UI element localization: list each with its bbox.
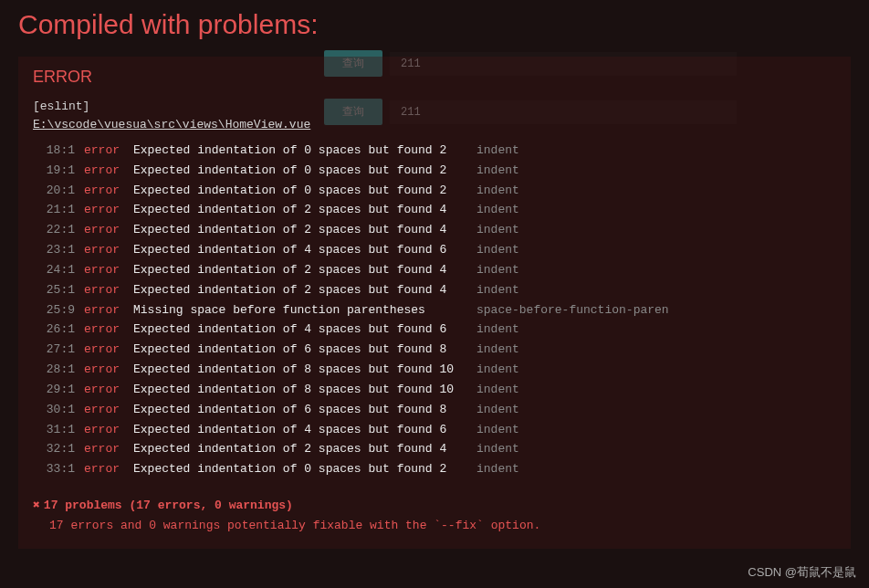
error-linecol: 24:1 — [33, 260, 84, 280]
error-message: Expected indentation of 0 spaces but fou… — [133, 161, 476, 181]
error-severity: error — [84, 141, 133, 161]
error-rule: indent — [476, 220, 519, 240]
error-severity: error — [84, 280, 133, 300]
error-linecol: 23:1 — [33, 240, 84, 260]
error-rule: indent — [476, 181, 519, 201]
error-message: Expected indentation of 4 spaces but fou… — [133, 420, 476, 440]
error-row: 18:1errorExpected indentation of 0 space… — [33, 141, 836, 161]
error-message: Expected indentation of 2 spaces but fou… — [133, 200, 476, 220]
error-linecol: 19:1 — [33, 161, 84, 181]
error-severity: error — [84, 380, 133, 400]
error-linecol: 28:1 — [33, 360, 84, 380]
watermark: CSDN @荀鼠不是鼠 — [748, 564, 856, 581]
error-severity: error — [84, 200, 133, 220]
error-linecol: 18:1 — [33, 141, 84, 161]
error-severity: error — [84, 439, 133, 459]
error-linecol: 26:1 — [33, 320, 84, 340]
error-message: Expected indentation of 0 spaces but fou… — [133, 181, 476, 201]
error-message: Expected indentation of 2 spaces but fou… — [133, 220, 476, 240]
error-heading: ERROR — [33, 68, 836, 87]
error-linecol: 25:9 — [33, 300, 84, 320]
error-linecol: 29:1 — [33, 380, 84, 400]
error-row: 27:1errorExpected indentation of 6 space… — [33, 340, 836, 360]
error-severity: error — [84, 400, 133, 420]
error-severity: error — [84, 459, 133, 479]
error-message: Expected indentation of 8 spaces but fou… — [133, 380, 476, 400]
error-linecol: 31:1 — [33, 420, 84, 440]
error-severity: error — [84, 320, 133, 340]
error-rule: indent — [476, 200, 519, 220]
error-row: 23:1errorExpected indentation of 4 space… — [33, 240, 836, 260]
error-linecol: 25:1 — [33, 280, 84, 300]
error-row: 21:1errorExpected indentation of 2 space… — [33, 200, 836, 220]
error-message: Expected indentation of 8 spaces but fou… — [133, 360, 476, 380]
summary-problems-line: ✖17 problems (17 errors, 0 warnings) — [33, 496, 836, 516]
page-title: Compiled with problems: — [0, 0, 869, 57]
error-row: 25:1errorExpected indentation of 2 space… — [33, 280, 836, 300]
error-row: 22:1errorExpected indentation of 2 space… — [33, 220, 836, 240]
error-linecol: 30:1 — [33, 400, 84, 420]
error-severity: error — [84, 360, 133, 380]
error-list: 18:1errorExpected indentation of 0 space… — [33, 141, 836, 479]
error-rule: indent — [476, 260, 519, 280]
error-rule: indent — [476, 320, 519, 340]
error-rule: indent — [476, 280, 519, 300]
error-row: 24:1errorExpected indentation of 2 space… — [33, 260, 836, 280]
error-severity: error — [84, 420, 133, 440]
error-rule: space-before-function-paren — [476, 300, 669, 320]
error-rule: indent — [476, 240, 519, 260]
error-row: 26:1errorExpected indentation of 4 space… — [33, 320, 836, 340]
error-message: Missing space before function parenthese… — [133, 300, 476, 320]
error-severity: error — [84, 260, 133, 280]
error-message: Expected indentation of 2 spaces but fou… — [133, 439, 476, 459]
error-message: Expected indentation of 6 spaces but fou… — [133, 340, 476, 360]
error-row: 32:1errorExpected indentation of 2 space… — [33, 439, 836, 459]
error-severity: error — [84, 181, 133, 201]
x-icon: ✖ — [33, 496, 40, 516]
error-rule: indent — [476, 161, 519, 181]
error-message: Expected indentation of 6 spaces but fou… — [133, 400, 476, 420]
error-panel: ERROR [eslint] E:\vscode\vuesua\src\view… — [18, 57, 851, 549]
error-rule: indent — [476, 380, 519, 400]
error-rule: indent — [476, 459, 519, 479]
error-row: 19:1errorExpected indentation of 0 space… — [33, 161, 836, 181]
lint-source-label: [eslint] — [33, 100, 836, 113]
error-row: 28:1errorExpected indentation of 8 space… — [33, 360, 836, 380]
error-linecol: 21:1 — [33, 200, 84, 220]
error-message: Expected indentation of 2 spaces but fou… — [133, 280, 476, 300]
error-rule: indent — [476, 439, 519, 459]
error-severity: error — [84, 240, 133, 260]
file-path-link[interactable]: E:\vscode\vuesua\src\views\HomeView.vue — [33, 118, 310, 131]
error-message: Expected indentation of 0 spaces but fou… — [133, 141, 476, 161]
error-severity: error — [84, 340, 133, 360]
summary-fixable-line: 17 errors and 0 warnings potentially fix… — [33, 516, 836, 536]
error-rule: indent — [476, 141, 519, 161]
error-row: 25:9errorMissing space before function p… — [33, 300, 836, 320]
error-severity: error — [84, 220, 133, 240]
error-row: 31:1errorExpected indentation of 4 space… — [33, 420, 836, 440]
error-linecol: 33:1 — [33, 459, 84, 479]
error-message: Expected indentation of 4 spaces but fou… — [133, 240, 476, 260]
error-severity: error — [84, 300, 133, 320]
error-message: Expected indentation of 0 spaces but fou… — [133, 459, 476, 479]
error-severity: error — [84, 161, 133, 181]
error-row: 30:1errorExpected indentation of 6 space… — [33, 400, 836, 420]
error-linecol: 22:1 — [33, 220, 84, 240]
error-row: 29:1errorExpected indentation of 8 space… — [33, 380, 836, 400]
error-rule: indent — [476, 420, 519, 440]
error-rule: indent — [476, 340, 519, 360]
error-linecol: 27:1 — [33, 340, 84, 360]
error-row: 20:1errorExpected indentation of 0 space… — [33, 181, 836, 201]
error-rule: indent — [476, 360, 519, 380]
error-linecol: 32:1 — [33, 439, 84, 459]
error-message: Expected indentation of 4 spaces but fou… — [133, 320, 476, 340]
error-message: Expected indentation of 2 spaces but fou… — [133, 260, 476, 280]
error-linecol: 20:1 — [33, 181, 84, 201]
error-rule: indent — [476, 400, 519, 420]
error-row: 33:1errorExpected indentation of 0 space… — [33, 459, 836, 479]
error-summary: ✖17 problems (17 errors, 0 warnings) 17 … — [33, 496, 836, 536]
